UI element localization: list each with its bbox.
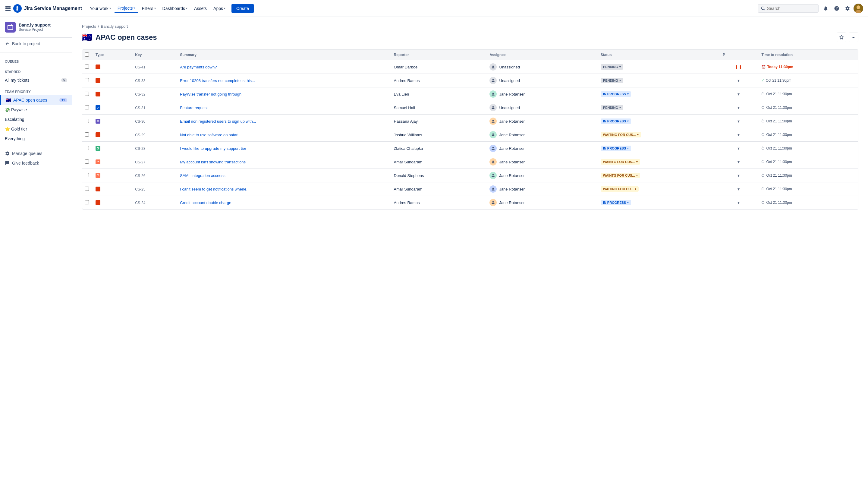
- issue-link[interactable]: Email non registered users to sign up wi…: [180, 119, 256, 123]
- sidebar-project[interactable]: Banc.ly support Service Project: [0, 17, 72, 38]
- issue-key: CS-26: [135, 174, 145, 178]
- settings-button[interactable]: [843, 4, 852, 13]
- sidebar-manage-queues[interactable]: Manage queues: [0, 149, 72, 158]
- svg-rect-0: [5, 6, 7, 8]
- status-badge[interactable]: WAINTG FOR CUS... ▾: [601, 159, 640, 165]
- issue-link[interactable]: My account isn't showing transactions: [180, 160, 246, 164]
- sidebar-give-feedback[interactable]: Give feedback: [0, 158, 72, 168]
- assignee-cell-wrap: Jane Rotansen: [486, 196, 597, 210]
- key-cell: CS-30: [131, 115, 176, 128]
- nav-projects[interactable]: Projects ▾: [115, 4, 138, 13]
- summary-cell: SAML integration acceess: [176, 169, 390, 182]
- search-input[interactable]: [767, 6, 815, 11]
- issue-key: CS-27: [135, 160, 145, 164]
- type-icon: !: [95, 187, 101, 192]
- status-badge[interactable]: WAITING FOR CU... ▾: [601, 186, 639, 192]
- nav-dashboards[interactable]: Dashboards ▾: [159, 4, 191, 13]
- nav-filters[interactable]: Filters ▾: [139, 4, 159, 13]
- status-cell: WAITING FOR CUS... ▾: [597, 128, 719, 142]
- time-cell-wrap: ⏱Oct 21 11:30pm: [758, 155, 858, 169]
- status-chevron: ▾: [619, 79, 621, 82]
- sidebar-item-paywise[interactable]: 💸 Paywise: [0, 105, 72, 115]
- summary-cell: I would like to upgrade my support tier: [176, 142, 390, 155]
- sidebar-back-button[interactable]: Back to project: [0, 38, 72, 50]
- assignee-cell-wrap: Unassigned: [486, 74, 597, 88]
- sidebar-item-everything[interactable]: Everything: [0, 134, 72, 144]
- issue-link[interactable]: I would like to upgrade my support tier: [180, 146, 246, 151]
- star-button[interactable]: [837, 32, 846, 42]
- reporter-cell: Hassana Ajayi: [390, 115, 486, 128]
- status-badge[interactable]: IN PROGRESS ▾: [601, 146, 631, 151]
- sidebar-project-info: Banc.ly support Service Project: [19, 23, 51, 32]
- svg-rect-5: [9, 8, 11, 9]
- reporter-cell: Andres Ramos: [390, 196, 486, 210]
- table-row: ! CS-41 Are payments down? Omar Darboe U…: [82, 60, 858, 74]
- notifications-button[interactable]: [821, 4, 831, 13]
- row-checkbox[interactable]: [85, 105, 89, 109]
- status-badge[interactable]: IN PROGRESS ▾: [601, 118, 631, 124]
- priority-cell: ▾: [719, 196, 758, 210]
- status-badge[interactable]: PENDING ▾: [601, 78, 623, 83]
- svg-rect-6: [5, 10, 7, 11]
- issue-link[interactable]: SAML integration acceess: [180, 173, 225, 178]
- time-to-resolution: ⏰Today 11:30pm: [761, 65, 854, 69]
- sidebar-item-apac[interactable]: 🇦🇺 APAC open cases 11: [0, 95, 72, 105]
- table-row: ! CS-24 Credit account double charge And…: [82, 196, 858, 210]
- type-icon: !: [95, 65, 101, 69]
- issue-link[interactable]: Are payments down?: [180, 65, 217, 69]
- issue-link[interactable]: Not able to use software on safari: [180, 133, 238, 137]
- help-button[interactable]: [832, 4, 841, 13]
- row-checkbox[interactable]: [85, 200, 89, 205]
- sidebar-item-all-tickets[interactable]: All my tickets 5: [0, 75, 72, 85]
- breadcrumb-projects[interactable]: Projects: [82, 24, 96, 29]
- grid-icon[interactable]: [5, 5, 11, 11]
- time-cell-wrap: ⏱Oct 21 11:30pm: [758, 182, 858, 196]
- nav-apps[interactable]: Apps ▾: [210, 4, 228, 13]
- row-checkbox[interactable]: [85, 187, 89, 191]
- more-options-button[interactable]: [849, 32, 858, 42]
- status-badge[interactable]: WAITING FOR CUS... ▾: [601, 132, 641, 137]
- type-cell: ?: [92, 155, 131, 169]
- row-checkbox[interactable]: [85, 159, 89, 164]
- status-badge[interactable]: IN PROGRESS ▾: [601, 91, 631, 97]
- nav-assets[interactable]: Assets: [191, 4, 210, 13]
- status-badge[interactable]: PENDING ▾: [601, 64, 623, 70]
- status-badge[interactable]: IN PROGRESS ▾: [601, 200, 631, 205]
- priority-cell: ⬆⬆: [719, 60, 758, 74]
- summary-cell: Not able to use software on safari: [176, 128, 390, 142]
- issue-link[interactable]: Feature request: [180, 105, 208, 110]
- time-to-resolution: ⏱Oct 21 11:30pm: [761, 133, 854, 137]
- key-cell: CS-31: [131, 101, 176, 115]
- type-icon: ?: [95, 173, 101, 178]
- status-badge[interactable]: WAINTG FOR CUS... ▾: [601, 173, 640, 178]
- row-checkbox[interactable]: [85, 119, 89, 123]
- breadcrumb-current[interactable]: Banc.ly support: [101, 24, 128, 29]
- create-button[interactable]: Create: [231, 4, 254, 13]
- time-cell-wrap: ⏱Oct 21 11:30pm: [758, 101, 858, 115]
- issue-link[interactable]: Credit account double charge: [180, 200, 231, 205]
- row-checkbox[interactable]: [85, 65, 89, 69]
- row-checkbox[interactable]: [85, 132, 89, 136]
- sidebar-item-escalating[interactable]: Escalating: [0, 115, 72, 124]
- issue-link[interactable]: Error 10208 transfers not complete is th…: [180, 78, 255, 83]
- key-cell: CS-29: [131, 128, 176, 142]
- table-row: ? CS-26 SAML integration acceess Donald …: [82, 169, 858, 182]
- user-avatar[interactable]: [854, 4, 863, 13]
- issue-link[interactable]: I can't seem to get notifications whene.…: [180, 187, 250, 192]
- row-checkbox[interactable]: [85, 146, 89, 150]
- issue-link[interactable]: PayWise transfer not going through: [180, 92, 241, 96]
- select-all-checkbox[interactable]: [85, 52, 89, 57]
- search-box[interactable]: [758, 4, 818, 13]
- table-row: ! CS-29 Not able to use software on safa…: [82, 128, 858, 142]
- app-logo[interactable]: Jira Service Management: [13, 4, 82, 13]
- issue-key: CS-33: [135, 79, 145, 83]
- time-to-resolution: ⏱Oct 21 11:30pm: [761, 119, 854, 123]
- status-badge[interactable]: PENDING ▾: [601, 105, 623, 110]
- nav-your-work[interactable]: Your work ▾: [87, 4, 114, 13]
- row-checkbox[interactable]: [85, 78, 89, 82]
- row-checkbox[interactable]: [85, 92, 89, 96]
- time-to-resolution: ⏱Oct 21 11:30pm: [761, 105, 854, 110]
- assignee-cell-wrap: Jane Rotansen: [486, 88, 597, 101]
- row-checkbox[interactable]: [85, 173, 89, 177]
- sidebar-item-gold-tier[interactable]: ⭐ Gold tier: [0, 124, 72, 134]
